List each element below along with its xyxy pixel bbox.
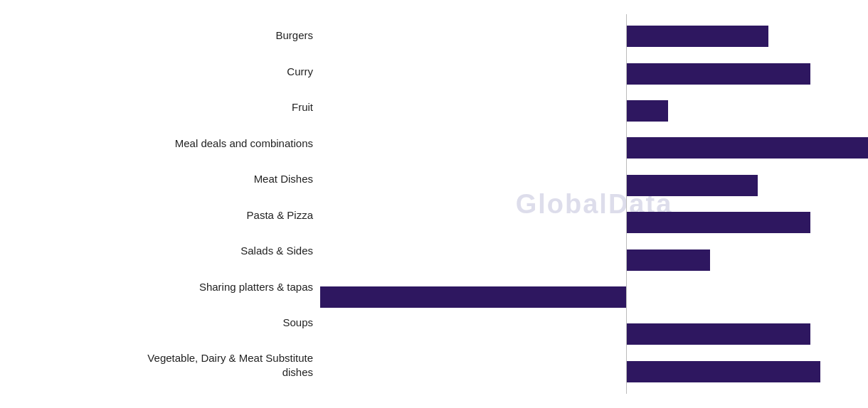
bar	[320, 286, 626, 308]
bar-row	[320, 284, 868, 311]
bar	[626, 26, 768, 47]
chart-label: Burgers	[0, 26, 313, 45]
bar	[626, 137, 868, 159]
bars-area: GlobalData	[320, 14, 868, 394]
chart-label: Meal deals and combinations	[0, 134, 313, 154]
bar-row	[320, 172, 868, 199]
chart-label: Vegetable, Dairy & Meat Substitutedishes	[0, 348, 313, 382]
bar-row	[320, 23, 868, 50]
bar-row	[320, 134, 868, 161]
bar-row	[320, 358, 868, 385]
bar	[626, 100, 668, 122]
labels-column: BurgersCurryFruitMeal deals and combinat…	[0, 14, 320, 394]
bar-row	[320, 97, 868, 124]
bar-row	[320, 247, 868, 274]
chart-label: Curry	[0, 62, 313, 82]
chart-container: BurgersCurryFruitMeal deals and combinat…	[0, 14, 868, 394]
bar	[626, 212, 810, 233]
chart-label: Salads & Sides	[0, 241, 313, 261]
chart-label: Meat Dishes	[0, 169, 313, 189]
bar-row	[320, 209, 868, 236]
chart-label: Pasta & Pizza	[0, 205, 313, 225]
axis-line	[626, 14, 627, 394]
bar-row	[320, 321, 868, 348]
chart-label: Soups	[0, 313, 313, 333]
bar	[626, 249, 710, 271]
bar	[626, 323, 810, 345]
bar	[626, 361, 820, 382]
bar-row	[320, 60, 868, 87]
chart-label: Sharing platters & tapas	[0, 277, 313, 297]
bar	[626, 175, 758, 196]
bar	[626, 63, 810, 85]
chart-label: Fruit	[0, 97, 313, 117]
